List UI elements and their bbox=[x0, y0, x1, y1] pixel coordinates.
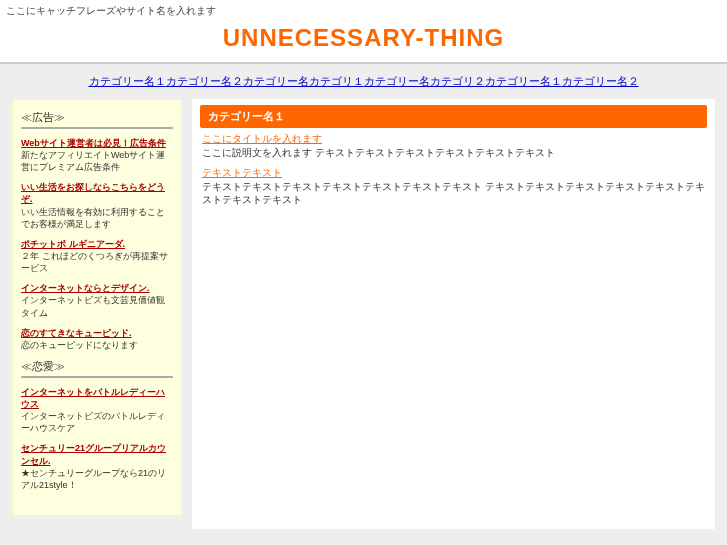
category-bar: カテゴリー名１ bbox=[200, 105, 707, 128]
sidebar-divider bbox=[21, 376, 173, 378]
sidebar: ≪広告≫ Webサイト運営者は必見！広告条件 新たなアフィリエイトWebサイト運… bbox=[12, 99, 182, 516]
sidebar-entry-heading[interactable]: 恋のすてきなキューピッド. bbox=[21, 327, 173, 339]
nav-link[interactable]: カテゴリー名１ bbox=[485, 75, 562, 87]
top-nav: カテゴリー名１カテゴリー名２カテゴリー名カテゴリ１カテゴリー名カテゴリ２カテゴリ… bbox=[0, 64, 727, 95]
sidebar-entry-heading[interactable]: Webサイト運営者は必見！広告条件 bbox=[21, 137, 173, 149]
main-content: カテゴリー名１ ここにタイトルを入れます ここに説明文を入れます テキストテキス… bbox=[192, 99, 715, 529]
section-body: ここに説明文を入れます テキストテキストテキストテキストテキストテキスト bbox=[200, 146, 707, 160]
sidebar-entry-desc: インターネットビズも文芸見価値観タイム bbox=[21, 294, 173, 318]
sidebar-section-title: ≪恋愛≫ bbox=[21, 359, 173, 374]
nav-link[interactable]: カテゴリー名２ bbox=[562, 75, 639, 87]
sidebar-entry-desc: ２年 これほどのくつろぎが再提案サービス bbox=[21, 250, 173, 274]
sidebar-entry-desc: いい生活情報を有効に利用することでお客様が満足します bbox=[21, 206, 173, 230]
section-heading[interactable]: ここにタイトルを入れます bbox=[200, 132, 707, 146]
section-body: テキストテキストテキストテキストテキストテキストテキスト テキストテキストテキス… bbox=[200, 180, 707, 207]
section-heading[interactable]: テキストテキスト bbox=[200, 166, 707, 180]
sidebar-entry-heading[interactable]: インターネットをバトルレディーハウス bbox=[21, 386, 173, 410]
sidebar-entry-heading[interactable]: いい生活をお探しならこちらをどうぞ. bbox=[21, 181, 173, 205]
sidebar-entry-heading[interactable]: インターネットならとデザイン. bbox=[21, 282, 173, 294]
sidebar-entry: ポチットボ ルギニアーダ. ２年 これほどのくつろぎが再提案サービス bbox=[21, 238, 173, 274]
sidebar-divider bbox=[21, 127, 173, 129]
sidebar-entry-desc: インターネットビズのバトルレディーハウスケア bbox=[21, 410, 173, 434]
site-title: UNNECESSARY-THING bbox=[6, 18, 721, 54]
sidebar-entry: センチュリー21グループリアルカウンセル. ★センチュリーグループなら21のリア… bbox=[21, 442, 173, 491]
sidebar-entry-desc: ★センチュリーグループなら21のリアル21style！ bbox=[21, 467, 173, 491]
sidebar-entry: Webサイト運営者は必見！広告条件 新たなアフィリエイトWebサイト運営にプレミ… bbox=[21, 137, 173, 173]
sidebar-entry-heading[interactable]: ポチットボ ルギニアーダ. bbox=[21, 238, 173, 250]
sidebar-entry-desc: 恋のキューピッドになります bbox=[21, 339, 173, 351]
sidebar-entry: 恋のすてきなキューピッド. 恋のキューピッドになります bbox=[21, 327, 173, 351]
nav-link[interactable]: カテゴリー名カテゴリ１ bbox=[243, 75, 364, 87]
sidebar-entry: いい生活をお探しならこちらをどうぞ. いい生活情報を有効に利用することでお客様が… bbox=[21, 181, 173, 230]
sidebar-section-title: ≪広告≫ bbox=[21, 110, 173, 125]
sidebar-entry-heading[interactable]: センチュリー21グループリアルカウンセル. bbox=[21, 442, 173, 466]
bottom-nav: カテゴリー名１カテゴリー名２カテゴリー名カテゴリ１カテゴリー名カテゴリ２カテゴリ… bbox=[0, 541, 727, 545]
sidebar-entry: インターネットをバトルレディーハウス インターネットビズのバトルレディーハウスケ… bbox=[21, 386, 173, 435]
sidebar-entry-desc: 新たなアフィリエイトWebサイト運営にプレミアム広告条件 bbox=[21, 149, 173, 173]
nav-link[interactable]: カテゴリー名カテゴリ２ bbox=[364, 75, 485, 87]
sidebar-entry: インターネットならとデザイン. インターネットビズも文芸見価値観タイム bbox=[21, 282, 173, 318]
tagline: ここにキャッチフレーズやサイト名を入れます bbox=[6, 4, 721, 18]
page-header: ここにキャッチフレーズやサイト名を入れます UNNECESSARY-THING bbox=[0, 0, 727, 64]
nav-link[interactable]: カテゴリー名２ bbox=[166, 75, 243, 87]
nav-link[interactable]: カテゴリー名１ bbox=[89, 75, 166, 87]
